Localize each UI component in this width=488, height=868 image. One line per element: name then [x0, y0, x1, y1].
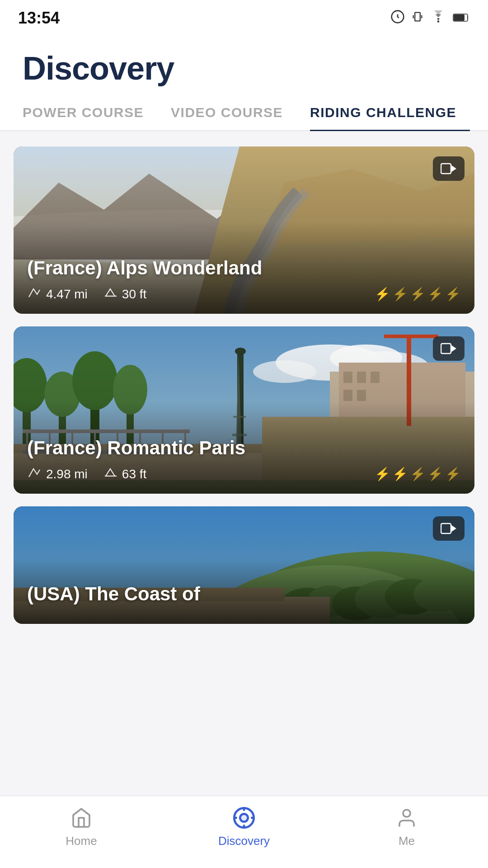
- course-card-2[interactable]: (France) Romantic Paris 2.98 mi: [14, 326, 474, 494]
- course-card-1[interactable]: (France) Alps Wonderland 4.47 mi: [14, 146, 474, 314]
- svg-rect-1: [415, 12, 420, 21]
- difficulty-1: ⚡ ⚡ ⚡ ⚡ ⚡: [375, 287, 461, 302]
- status-time: 13:54: [18, 9, 60, 28]
- bolt-1-4: ⚡: [427, 287, 443, 302]
- card-info-1: (France) Alps Wonderland 4.47 mi: [14, 245, 474, 314]
- bolt-1-5: ⚡: [445, 287, 461, 302]
- nav-item-home[interactable]: Home: [45, 806, 117, 848]
- courses-list: (France) Alps Wonderland 4.47 mi: [0, 142, 488, 705]
- vibrate-icon: [411, 9, 424, 27]
- bolt-1-1: ⚡: [375, 287, 390, 302]
- me-icon: [395, 806, 418, 830]
- svg-marker-65: [451, 525, 456, 532]
- video-badge-1: [433, 156, 465, 181]
- svg-point-67: [240, 814, 248, 821]
- course-card-3[interactable]: (USA) The Coast of: [14, 506, 474, 624]
- distance-icon-2: [27, 466, 42, 482]
- stat-distance-2: 2.98 mi: [27, 466, 88, 482]
- nav-item-discovery[interactable]: Discovery: [208, 806, 280, 848]
- notification-icon: [390, 9, 405, 27]
- bolt-1-3: ⚡: [410, 287, 426, 302]
- svg-rect-51: [441, 344, 451, 354]
- header: Discovery: [0, 36, 488, 96]
- bolt-2-5: ⚡: [445, 467, 461, 481]
- nav-label-me: Me: [399, 834, 415, 848]
- video-badge-2: [433, 336, 465, 361]
- card-info-2: (France) Romantic Paris 2.98 mi: [14, 425, 474, 494]
- card-info-3: (USA) The Coast of: [14, 571, 474, 624]
- svg-rect-64: [441, 524, 451, 533]
- card-stats-2: 2.98 mi 63 ft ⚡ ⚡ ⚡ ⚡ ⚡: [27, 466, 461, 482]
- bolt-2-1: ⚡: [375, 467, 390, 481]
- bolt-2-4: ⚡: [427, 467, 443, 481]
- status-icons: [390, 9, 470, 27]
- card-stats-1: 4.47 mi 30 ft ⚡ ⚡ ⚡ ⚡ ⚡: [27, 286, 461, 302]
- svg-marker-52: [451, 345, 456, 352]
- svg-rect-4: [454, 14, 465, 21]
- difficulty-2: ⚡ ⚡ ⚡ ⚡ ⚡: [375, 467, 461, 481]
- stat-elevation-1: 30 ft: [104, 286, 146, 302]
- svg-marker-12: [451, 165, 456, 172]
- bottom-nav: Home Discovery Me: [0, 796, 488, 868]
- bolt-2-2: ⚡: [392, 467, 408, 481]
- card-title-3: (USA) The Coast of: [27, 583, 461, 605]
- distance-icon-1: [27, 286, 42, 302]
- elevation-icon-1: [104, 286, 117, 302]
- svg-rect-11: [441, 164, 451, 174]
- video-badge-3: [433, 516, 465, 541]
- stat-elevation-2: 63 ft: [104, 466, 146, 482]
- tab-bar: POWER COURSE VIDEO COURSE RIDING CHALLEN…: [0, 96, 488, 131]
- bolt-2-3: ⚡: [410, 467, 426, 481]
- nav-label-home: Home: [66, 834, 97, 848]
- status-bar: 13:54: [0, 0, 488, 36]
- page-title: Discovery: [23, 50, 465, 87]
- battery-icon: [453, 10, 470, 26]
- bolt-1-2: ⚡: [392, 287, 408, 302]
- svg-point-72: [403, 810, 410, 817]
- nav-label-discovery: Discovery: [218, 834, 270, 848]
- tab-power-course[interactable]: POWER COURSE: [23, 96, 157, 130]
- card-title-2: (France) Romantic Paris: [27, 437, 461, 459]
- stat-distance-1: 4.47 mi: [27, 286, 88, 302]
- discovery-icon: [232, 806, 256, 830]
- tab-riding-challenge[interactable]: RIDING CHALLENGE: [310, 96, 470, 130]
- nav-item-me[interactable]: Me: [371, 806, 443, 848]
- svg-point-2: [437, 20, 440, 23]
- card-title-1: (France) Alps Wonderland: [27, 257, 461, 279]
- home-icon: [70, 806, 93, 830]
- elevation-icon-2: [104, 466, 117, 482]
- tab-video-course[interactable]: VIDEO COURSE: [171, 96, 296, 130]
- wifi-icon: [430, 10, 446, 26]
